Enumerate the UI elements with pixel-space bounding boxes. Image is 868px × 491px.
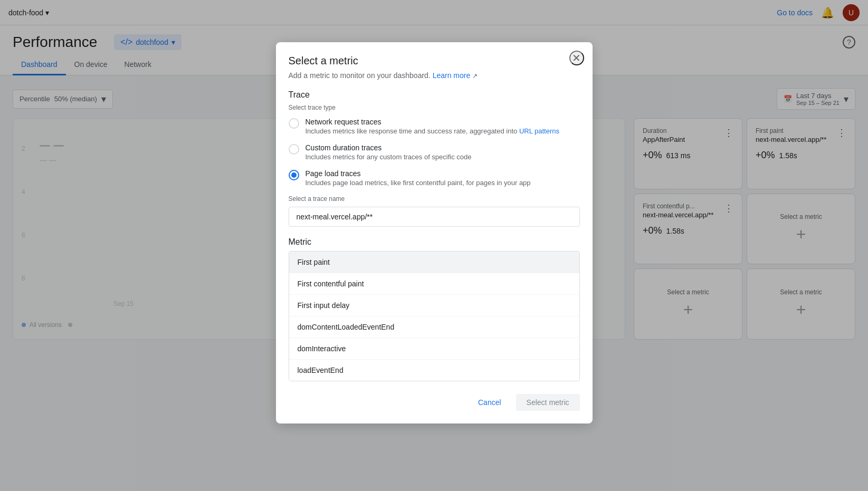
metric-option-dom-content-loaded[interactable]: domContentLoadedEventEnd [289,316,579,338]
trace-name-input[interactable] [289,207,580,227]
radio-custom[interactable]: Custom duration traces Includes metrics … [289,143,580,161]
external-link-icon: ↗ [472,72,478,80]
radio-label-custom: Custom duration traces [306,143,472,152]
radio-desc-custom: Includes metrics for any custom traces o… [306,153,472,161]
metric-section-title: Metric [289,237,580,247]
radio-label-pageload: Page load traces [306,169,531,178]
modal-title: Select a metric [289,55,580,67]
select-trace-type-label: Select trace type [289,104,580,111]
radio-content-custom: Custom duration traces Includes metrics … [306,143,472,161]
metric-option-first-contentful-paint[interactable]: First contentful paint [289,273,579,294]
radio-pageload[interactable]: Page load traces Includes page load metr… [289,169,580,187]
learn-more-link[interactable]: Learn more [433,71,471,80]
section-trace-title: Trace [289,90,580,100]
url-patterns-link[interactable]: URL patterns [519,127,559,135]
select-metric-modal: ✕ Select a metric Add a metric to monito… [276,42,593,352]
metric-option-first-input-delay[interactable]: First input delay [289,294,579,316]
modal-close-button[interactable]: ✕ [569,51,584,65]
radio-circle-network [289,118,299,129]
radio-label-network: Network request traces [306,118,559,126]
modal-backdrop: ✕ Select a metric Add a metric to monito… [0,0,868,352]
metric-dropdown: First paint First contentful paint First… [289,251,580,352]
radio-desc-pageload: Includes page load metrics, like first c… [306,179,531,187]
metric-option-first-paint[interactable]: First paint [289,252,579,273]
radio-circle-pageload [289,170,299,180]
radio-content-pageload: Page load traces Includes page load metr… [306,169,531,187]
metric-option-dom-interactive[interactable]: domInteractive [289,338,579,352]
radio-desc-network: Includes metrics like response time and … [306,127,559,135]
radio-content-network: Network request traces Includes metrics … [306,118,559,135]
trace-name-label: Select a trace name [289,195,580,203]
modal-subtitle: Add a metric to monitor on your dashboar… [289,71,580,80]
radio-circle-custom [289,144,299,155]
radio-network[interactable]: Network request traces Includes metrics … [289,118,580,135]
